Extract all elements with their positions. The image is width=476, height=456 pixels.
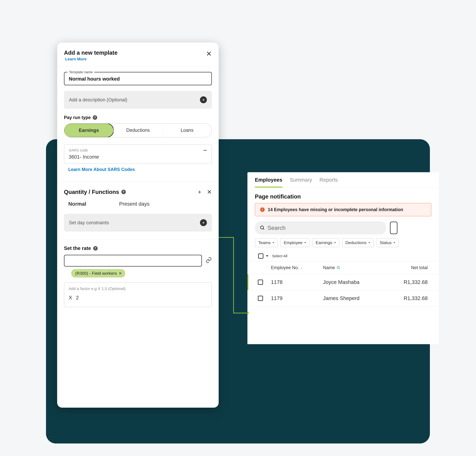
segment-deductions[interactable]: Deductions [113, 124, 162, 137]
chevron-down-icon [272, 242, 274, 243]
table-row[interactable]: 1178 Joyce Mashaba R1,332.68 [247, 274, 439, 290]
tab-employees[interactable]: Employees [255, 177, 282, 188]
table-row[interactable]: 1179 James Sheperd R1,332.68 [247, 290, 439, 307]
row-checkbox[interactable] [258, 280, 263, 285]
extra-action-button[interactable] [390, 222, 397, 234]
chevron-down-icon [368, 242, 370, 243]
employees-panel: Employees Summary Reports Page notificat… [247, 172, 439, 344]
search-placeholder: Search [267, 224, 286, 231]
svg-point-0 [260, 226, 264, 229]
close-icon[interactable]: ✕ [207, 189, 212, 195]
cell-name: James Sheperd [323, 295, 400, 301]
close-icon[interactable]: ✕ [206, 50, 212, 57]
add-description-button[interactable]: Add a description (Optional) + [64, 91, 212, 109]
link-icon[interactable] [206, 257, 212, 265]
alert-icon: ! [260, 207, 265, 212]
chevron-down-icon[interactable] [266, 255, 268, 257]
add-icon[interactable]: + [198, 189, 201, 195]
employees-tabs: Employees Summary Reports [247, 172, 439, 188]
filter-deductions[interactable]: Deductions [342, 238, 374, 247]
remove-chip-icon[interactable]: ✕ [119, 271, 122, 276]
column-net-total: Net total [400, 265, 431, 270]
page-notification-title: Page notification [247, 188, 439, 203]
modal-title: Add a new template [64, 49, 118, 56]
minus-icon[interactable]: − [203, 148, 207, 152]
filter-employee[interactable]: Employee [280, 238, 310, 247]
help-icon[interactable]: ? [93, 246, 98, 250]
field-value: Normal hours worked [69, 76, 207, 82]
row-checkbox[interactable] [258, 296, 263, 301]
pay-run-type-segmented: Earnings Deductions Loans [64, 123, 212, 138]
chevron-down-icon [393, 242, 395, 243]
search-icon [260, 225, 265, 231]
select-all-checkbox[interactable] [258, 253, 264, 259]
description-placeholder: Add a description (Optional) [69, 97, 127, 103]
cell-employee-no: 1178 [271, 279, 323, 285]
help-icon[interactable]: ? [93, 115, 97, 120]
factor-label: Add a factor e.g X 1,5 (Optional) [69, 286, 207, 291]
cell-name: Joyce Mashaba [323, 279, 400, 285]
filter-status[interactable]: Status [376, 238, 399, 247]
svg-line-3 [339, 268, 340, 269]
select-all-row: Select All [247, 251, 439, 261]
present-days-label: Present days [119, 201, 150, 207]
tab-summary[interactable]: Summary [290, 177, 312, 188]
constraints-label: Set day constraints [69, 220, 109, 225]
chip-label: (R300) - Field workers [75, 271, 117, 276]
sars-code-field[interactable]: SARS code − 3601- Income [64, 144, 212, 164]
plus-icon: + [200, 96, 207, 103]
cell-net-total: R1,332.68 [400, 295, 431, 301]
sars-label: SARS code [69, 148, 88, 152]
normal-label: Normal [68, 201, 105, 207]
chevron-down-icon [334, 242, 336, 243]
help-icon[interactable]: ? [121, 190, 126, 194]
filter-earnings[interactable]: Earnings [312, 238, 339, 247]
set-day-constraints-button[interactable]: Set day constraints + [64, 214, 212, 232]
svg-point-2 [337, 266, 340, 268]
cell-employee-no: 1179 [271, 295, 323, 301]
field-label: Template name [68, 70, 94, 74]
column-name[interactable]: Name [323, 265, 400, 270]
template-name-field[interactable]: Template name Normal hours worked [64, 72, 212, 85]
factor-value: 2 [76, 295, 79, 301]
quantity-functions-title: Quantity / Functions ? [64, 189, 126, 195]
svg-line-1 [263, 229, 264, 230]
learn-more-link[interactable]: Learn More [64, 57, 86, 61]
cell-net-total: R1,332.68 [400, 279, 431, 285]
notification-banner: ! 14 Employees have missing or incomplet… [255, 203, 431, 216]
column-employee-no[interactable]: Employee No. ↓ [271, 265, 323, 270]
plus-icon: + [200, 219, 207, 226]
factor-field[interactable]: Add a factor e.g X 1,5 (Optional) X 2 [64, 282, 212, 307]
search-icon [337, 266, 340, 269]
add-template-modal: Add a new template Learn More ✕ Template… [57, 43, 219, 408]
segment-loans[interactable]: Loans [162, 124, 212, 137]
sars-learn-more-link[interactable]: Learn More About SARS Codes [64, 167, 135, 172]
pay-run-type-label: Pay run type ? [64, 115, 212, 120]
tab-reports[interactable]: Reports [319, 177, 338, 188]
sort-down-icon: ↓ [301, 266, 303, 270]
table-header: Employee No. ↓ Name Net total [247, 261, 439, 274]
filter-teams[interactable]: Teams [255, 238, 278, 247]
sars-value: 3601- Income [69, 154, 207, 160]
chevron-down-icon [304, 242, 306, 243]
set-rate-title: Set the rate ? [64, 245, 212, 251]
rate-chip[interactable]: (R300) - Field workers ✕ [71, 269, 125, 277]
search-input[interactable]: Search [255, 221, 386, 234]
filter-chips-row: Teams Employee Earnings Deductions Statu… [247, 238, 439, 251]
rate-input[interactable] [64, 255, 202, 267]
select-all-label: Select All [272, 254, 287, 258]
notification-text: 14 Employees have missing or incomplete … [268, 207, 403, 212]
segment-earnings[interactable]: Earnings [64, 123, 114, 138]
factor-x: X [69, 295, 72, 301]
